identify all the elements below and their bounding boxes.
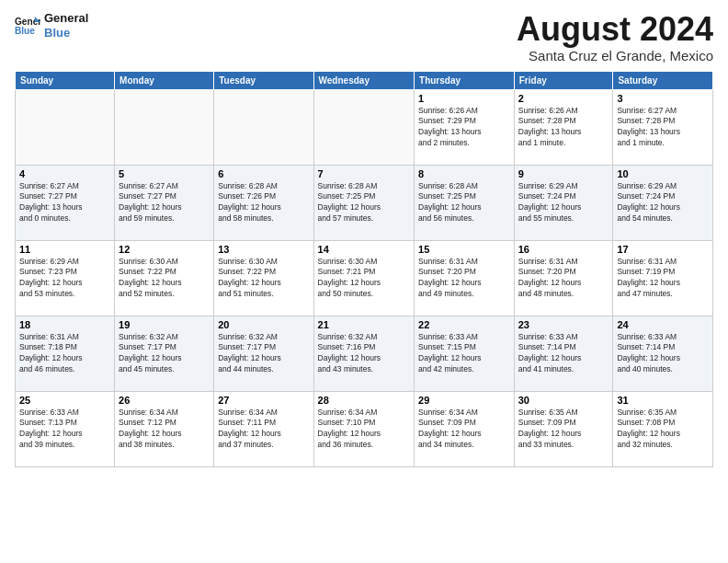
day-info: Sunrise: 6:28 AM Sunset: 7:26 PM Dayligh…: [218, 181, 309, 225]
day-info: Sunrise: 6:27 AM Sunset: 7:28 PM Dayligh…: [617, 106, 709, 150]
day-info: Sunrise: 6:29 AM Sunset: 7:23 PM Dayligh…: [19, 257, 110, 301]
day-number: 5: [119, 168, 210, 179]
calendar-day-cell: 3Sunrise: 6:27 AM Sunset: 7:28 PM Daylig…: [613, 89, 713, 165]
calendar-day-cell: 27Sunrise: 6:34 AM Sunset: 7:11 PM Dayli…: [214, 391, 313, 466]
day-number: 4: [19, 168, 110, 179]
day-info: Sunrise: 6:34 AM Sunset: 7:10 PM Dayligh…: [318, 408, 410, 452]
day-number: 19: [119, 319, 210, 330]
calendar-header-row: SundayMondayTuesdayWednesdayThursdayFrid…: [16, 71, 713, 89]
svg-text:Blue: Blue: [15, 26, 35, 36]
day-number: 18: [19, 319, 110, 330]
calendar-day-cell: 31Sunrise: 6:35 AM Sunset: 7:08 PM Dayli…: [613, 391, 713, 466]
day-info: Sunrise: 6:34 AM Sunset: 7:09 PM Dayligh…: [418, 408, 510, 452]
day-info: Sunrise: 6:30 AM Sunset: 7:21 PM Dayligh…: [318, 257, 410, 301]
day-info: Sunrise: 6:34 AM Sunset: 7:11 PM Dayligh…: [218, 408, 309, 452]
calendar-day-cell: 30Sunrise: 6:35 AM Sunset: 7:09 PM Dayli…: [514, 391, 613, 466]
calendar-week-row: 4Sunrise: 6:27 AM Sunset: 7:27 PM Daylig…: [16, 165, 713, 240]
day-info: Sunrise: 6:28 AM Sunset: 7:25 PM Dayligh…: [418, 181, 510, 225]
day-number: 21: [318, 319, 410, 330]
header: General Blue General Blue August 2024 Sa…: [15, 11, 713, 63]
day-number: 11: [19, 244, 110, 255]
logo-line2: Blue: [44, 26, 88, 40]
day-info: Sunrise: 6:31 AM Sunset: 7:19 PM Dayligh…: [617, 257, 709, 301]
calendar-day-cell: 19Sunrise: 6:32 AM Sunset: 7:17 PM Dayli…: [115, 316, 214, 391]
calendar-day-cell: 18Sunrise: 6:31 AM Sunset: 7:18 PM Dayli…: [16, 316, 115, 391]
calendar-day-cell: 23Sunrise: 6:33 AM Sunset: 7:14 PM Dayli…: [514, 316, 613, 391]
day-number: 9: [518, 168, 609, 179]
calendar-day-cell: 14Sunrise: 6:30 AM Sunset: 7:21 PM Dayli…: [313, 240, 414, 316]
calendar-day-cell: 24Sunrise: 6:33 AM Sunset: 7:14 PM Dayli…: [613, 316, 713, 391]
calendar-week-row: 11Sunrise: 6:29 AM Sunset: 7:23 PM Dayli…: [16, 240, 713, 316]
calendar-day-cell: 16Sunrise: 6:31 AM Sunset: 7:20 PM Dayli…: [514, 240, 613, 316]
title-block: August 2024 Santa Cruz el Grande, Mexico: [517, 11, 713, 63]
day-info: Sunrise: 6:33 AM Sunset: 7:14 PM Dayligh…: [518, 332, 609, 376]
calendar-day-cell: 20Sunrise: 6:32 AM Sunset: 7:17 PM Dayli…: [214, 316, 313, 391]
calendar-day-cell: 29Sunrise: 6:34 AM Sunset: 7:09 PM Dayli…: [415, 391, 515, 466]
calendar-day-cell: 9Sunrise: 6:29 AM Sunset: 7:24 PM Daylig…: [514, 165, 613, 240]
day-info: Sunrise: 6:30 AM Sunset: 7:22 PM Dayligh…: [218, 257, 309, 301]
calendar-day-cell: 13Sunrise: 6:30 AM Sunset: 7:22 PM Dayli…: [214, 240, 313, 316]
calendar-table: SundayMondayTuesdayWednesdayThursdayFrid…: [15, 71, 713, 467]
calendar-week-row: 1Sunrise: 6:26 AM Sunset: 7:29 PM Daylig…: [16, 89, 713, 165]
day-number: 14: [318, 244, 410, 255]
calendar-day-cell: 4Sunrise: 6:27 AM Sunset: 7:27 PM Daylig…: [16, 165, 115, 240]
day-number: 20: [218, 319, 309, 330]
day-number: 30: [518, 395, 609, 406]
calendar-day-cell: 10Sunrise: 6:29 AM Sunset: 7:24 PM Dayli…: [613, 165, 713, 240]
day-number: 23: [518, 319, 609, 330]
day-number: 6: [218, 168, 309, 179]
calendar-header-wednesday: Wednesday: [313, 71, 414, 89]
day-number: 8: [418, 168, 510, 179]
calendar-day-cell: 6Sunrise: 6:28 AM Sunset: 7:26 PM Daylig…: [214, 165, 313, 240]
logo-icon: General Blue: [15, 15, 40, 37]
day-info: Sunrise: 6:29 AM Sunset: 7:24 PM Dayligh…: [518, 181, 609, 225]
calendar-day-cell: 21Sunrise: 6:32 AM Sunset: 7:16 PM Dayli…: [313, 316, 414, 391]
logo-text: General Blue: [44, 11, 88, 40]
day-number: 22: [418, 319, 510, 330]
calendar-day-cell: 25Sunrise: 6:33 AM Sunset: 7:13 PM Dayli…: [16, 391, 115, 466]
day-info: Sunrise: 6:28 AM Sunset: 7:25 PM Dayligh…: [318, 181, 410, 225]
logo: General Blue General Blue: [15, 11, 88, 40]
logo-line1: General: [44, 11, 88, 26]
calendar-day-cell: 1Sunrise: 6:26 AM Sunset: 7:29 PM Daylig…: [415, 89, 515, 165]
calendar-day-cell: 8Sunrise: 6:28 AM Sunset: 7:25 PM Daylig…: [415, 165, 515, 240]
calendar-day-cell: [115, 89, 214, 165]
day-number: 15: [418, 244, 510, 255]
day-number: 31: [617, 395, 709, 406]
day-number: 26: [119, 395, 210, 406]
day-info: Sunrise: 6:33 AM Sunset: 7:14 PM Dayligh…: [617, 332, 709, 376]
day-info: Sunrise: 6:33 AM Sunset: 7:15 PM Dayligh…: [418, 332, 510, 376]
calendar-day-cell: 26Sunrise: 6:34 AM Sunset: 7:12 PM Dayli…: [115, 391, 214, 466]
calendar-header-saturday: Saturday: [613, 71, 713, 89]
day-info: Sunrise: 6:32 AM Sunset: 7:17 PM Dayligh…: [218, 332, 309, 376]
day-number: 24: [617, 319, 709, 330]
day-info: Sunrise: 6:31 AM Sunset: 7:20 PM Dayligh…: [418, 257, 510, 301]
calendar-day-cell: [313, 89, 414, 165]
day-number: 1: [418, 93, 510, 104]
day-number: 7: [318, 168, 410, 179]
day-info: Sunrise: 6:26 AM Sunset: 7:28 PM Dayligh…: [518, 106, 609, 150]
day-number: 3: [617, 93, 709, 104]
day-info: Sunrise: 6:31 AM Sunset: 7:20 PM Dayligh…: [518, 257, 609, 301]
day-info: Sunrise: 6:30 AM Sunset: 7:22 PM Dayligh…: [119, 257, 210, 301]
day-info: Sunrise: 6:33 AM Sunset: 7:13 PM Dayligh…: [19, 408, 110, 452]
day-number: 13: [218, 244, 309, 255]
day-number: 28: [318, 395, 410, 406]
day-number: 2: [518, 93, 609, 104]
day-info: Sunrise: 6:34 AM Sunset: 7:12 PM Dayligh…: [119, 408, 210, 452]
day-info: Sunrise: 6:27 AM Sunset: 7:27 PM Dayligh…: [119, 181, 210, 225]
day-number: 10: [617, 168, 709, 179]
calendar-day-cell: 2Sunrise: 6:26 AM Sunset: 7:28 PM Daylig…: [514, 89, 613, 165]
page: General Blue General Blue August 2024 Sa…: [0, 0, 728, 563]
calendar-header-thursday: Thursday: [415, 71, 515, 89]
day-number: 16: [518, 244, 609, 255]
calendar-header-tuesday: Tuesday: [214, 71, 313, 89]
calendar-week-row: 18Sunrise: 6:31 AM Sunset: 7:18 PM Dayli…: [16, 316, 713, 391]
day-info: Sunrise: 6:32 AM Sunset: 7:17 PM Dayligh…: [119, 332, 210, 376]
calendar-day-cell: 28Sunrise: 6:34 AM Sunset: 7:10 PM Dayli…: [313, 391, 414, 466]
calendar-day-cell: [214, 89, 313, 165]
calendar-week-row: 25Sunrise: 6:33 AM Sunset: 7:13 PM Dayli…: [16, 391, 713, 466]
calendar-day-cell: 17Sunrise: 6:31 AM Sunset: 7:19 PM Dayli…: [613, 240, 713, 316]
day-info: Sunrise: 6:27 AM Sunset: 7:27 PM Dayligh…: [19, 181, 110, 225]
calendar-day-cell: 5Sunrise: 6:27 AM Sunset: 7:27 PM Daylig…: [115, 165, 214, 240]
